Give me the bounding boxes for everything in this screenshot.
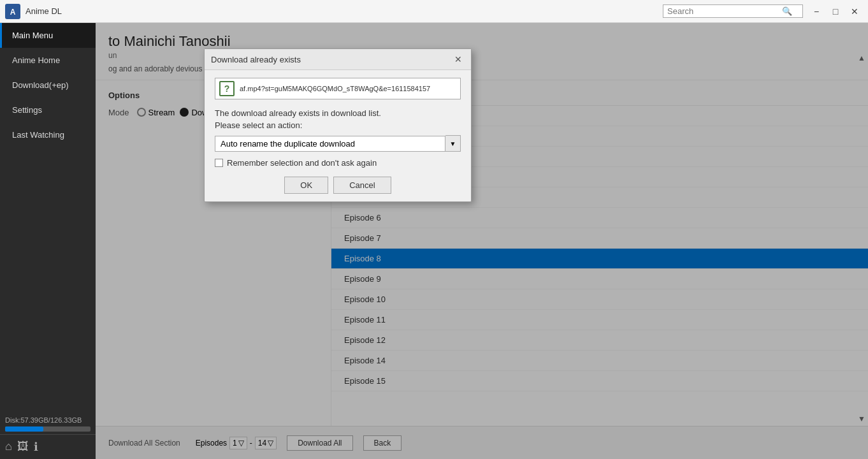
search-icon: 🔍 bbox=[782, 6, 792, 16]
dialog-body: ? af.mp4?st=guM5MAKQ6GQMdO_sT8WAgQ&e=161… bbox=[205, 70, 471, 201]
sidebar: Main Menu Anime Home Download(+ep) Setti… bbox=[0, 23, 96, 459]
question-icon: ? bbox=[219, 81, 235, 96]
cancel-button[interactable]: Cancel bbox=[333, 177, 391, 194]
home-icon[interactable]: ⌂ bbox=[5, 440, 12, 454]
minimize-button[interactable]: − bbox=[808, 4, 825, 19]
app-body: Main Menu Anime Home Download(+ep) Setti… bbox=[0, 23, 868, 459]
info-icon[interactable]: ℹ bbox=[34, 440, 38, 454]
disk-label: Disk:57.39GB/126.33GB bbox=[5, 416, 90, 424]
app-title: Anime DL bbox=[25, 6, 663, 16]
app-logo: A bbox=[5, 4, 20, 19]
window-controls: − □ ✕ bbox=[808, 4, 863, 19]
svg-text:A: A bbox=[10, 8, 16, 17]
disk-bar-fill bbox=[5, 426, 43, 432]
dialog-title-bar: Download already exists ✕ bbox=[205, 49, 471, 70]
action-select[interactable]: Auto rename the duplicate downloadSkip d… bbox=[215, 136, 445, 152]
disk-info-section: Disk:57.39GB/126.33GB bbox=[0, 411, 96, 434]
dialog-buttons: OK Cancel bbox=[215, 177, 461, 194]
main-content: to Mainichi Tanoshii un og and an adorab… bbox=[96, 23, 868, 459]
sidebar-item-main-menu[interactable]: Main Menu bbox=[0, 23, 96, 48]
search-box[interactable]: 🔍 bbox=[663, 4, 803, 18]
sidebar-item-download[interactable]: Download(+ep) bbox=[0, 73, 96, 98]
modal-overlay: Download already exists ✕ ? af.mp4?st=gu… bbox=[96, 23, 868, 459]
disk-bar-background bbox=[5, 426, 90, 432]
dialog-close-button[interactable]: ✕ bbox=[452, 53, 465, 66]
remember-label: Remember selection and don't ask again bbox=[227, 158, 377, 168]
search-input[interactable] bbox=[667, 6, 782, 16]
dialog-url-text: af.mp4?st=guM5MAKQ6GQMdO_sT8WAgQ&e=16115… bbox=[240, 85, 430, 92]
select-arrow-icon[interactable]: ▼ bbox=[445, 135, 461, 152]
dialog: Download already exists ✕ ? af.mp4?st=gu… bbox=[204, 48, 472, 202]
dialog-select-row: Auto rename the duplicate downloadSkip d… bbox=[215, 135, 461, 152]
image-icon[interactable]: 🖼 bbox=[17, 440, 29, 454]
remember-checkbox-row: Remember selection and don't ask again bbox=[215, 158, 461, 168]
dialog-sub-message: Please select an action: bbox=[215, 120, 461, 130]
sidebar-item-last-watching[interactable]: Last Watching bbox=[0, 122, 96, 147]
maximize-button[interactable]: □ bbox=[827, 4, 844, 19]
close-button[interactable]: ✕ bbox=[846, 4, 863, 19]
dialog-message: The download already exists in download … bbox=[215, 108, 461, 118]
ok-button[interactable]: OK bbox=[284, 177, 328, 194]
dialog-url-row: ? af.mp4?st=guM5MAKQ6GQMdO_sT8WAgQ&e=161… bbox=[215, 78, 461, 99]
sidebar-item-settings[interactable]: Settings bbox=[0, 98, 96, 122]
sidebar-item-anime-home[interactable]: Anime Home bbox=[0, 48, 96, 73]
title-bar: A Anime DL 🔍 − □ ✕ bbox=[0, 0, 868, 23]
sidebar-footer: ⌂ 🖼 ℹ bbox=[0, 434, 96, 459]
remember-checkbox[interactable] bbox=[215, 159, 223, 167]
dialog-title: Download already exists bbox=[211, 55, 301, 64]
